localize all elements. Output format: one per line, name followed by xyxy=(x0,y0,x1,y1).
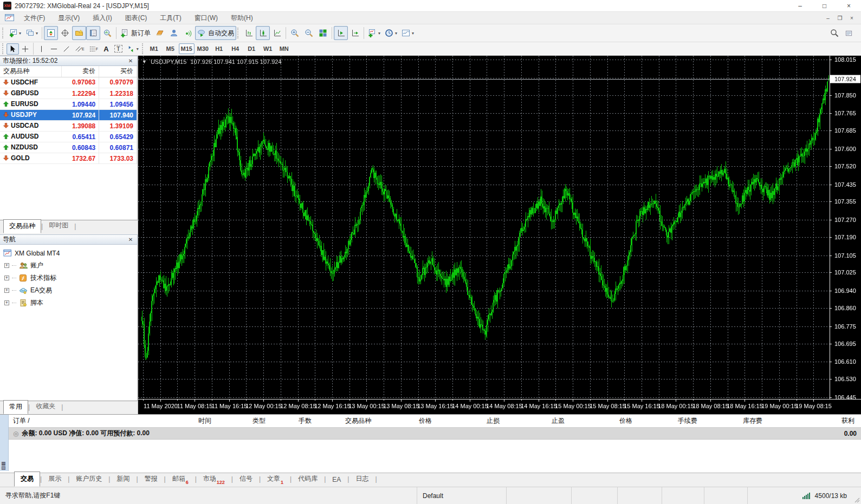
terminal-column-header[interactable]: 价格 xyxy=(569,416,637,426)
market-watch-row[interactable]: NZDUSD0.608430.60871 xyxy=(0,142,137,153)
trendline-tool-button[interactable] xyxy=(60,43,73,55)
candlestick-chart-button[interactable] xyxy=(256,26,270,40)
templates-button[interactable]: ▾ xyxy=(399,26,416,40)
terminal-column-header[interactable]: 获利 xyxy=(767,416,859,426)
market-watch-row[interactable]: USDCAD1.390881.39109 xyxy=(0,121,137,132)
new-order-button[interactable]: 新订单 xyxy=(118,26,153,40)
toolbar-grip[interactable] xyxy=(142,43,145,54)
terminal-tab-8[interactable]: 信号 xyxy=(233,472,259,487)
terminal-tab-3[interactable]: 账户历史 xyxy=(69,472,108,487)
chart-shift-button[interactable] xyxy=(348,26,362,40)
crosshair-tool-button[interactable] xyxy=(19,43,31,55)
timeframe-button-h1[interactable]: H1 xyxy=(211,43,227,54)
timeframe-button-d1[interactable]: D1 xyxy=(244,43,260,54)
terminal-tab-7[interactable]: 市场122 xyxy=(197,472,231,487)
terminal-tab-1[interactable]: 交易 xyxy=(14,472,40,487)
navigator-titlebar[interactable]: 导航 ✕ xyxy=(0,234,138,245)
line-chart-button[interactable] xyxy=(270,26,284,40)
navigator-tab[interactable]: 常用 xyxy=(3,400,28,414)
terminal-tab-2[interactable]: 展示 xyxy=(42,472,68,487)
toolbar-grip[interactable] xyxy=(237,28,240,38)
timeframe-button-h4[interactable]: H4 xyxy=(228,43,243,54)
menu-item[interactable]: 文件(F) xyxy=(17,12,51,24)
terminal-column-header[interactable]: 交易品种 xyxy=(316,416,376,426)
status-profile[interactable]: Default xyxy=(417,487,507,504)
profiles-button[interactable]: ▾ xyxy=(23,26,40,40)
market-watch-row[interactable]: USDCHF0.970630.97079 xyxy=(0,77,137,88)
market-watch-tab[interactable]: 交易品种 xyxy=(3,219,41,233)
price-chart-canvas[interactable] xyxy=(138,56,861,414)
bar-chart-button[interactable] xyxy=(242,26,256,40)
menu-item[interactable]: 插入(I) xyxy=(86,12,118,24)
chart-symbol-dropdown-icon[interactable]: ▼ xyxy=(142,59,147,64)
quotes-column-header[interactable]: 买价 xyxy=(99,66,137,77)
terminal-column-header[interactable]: 库存费 xyxy=(702,416,767,426)
timeframe-button-m1[interactable]: M1 xyxy=(146,43,162,54)
toolbar-grip[interactable] xyxy=(2,28,5,38)
market-watch-row[interactable]: GOLD1732.671733.03 xyxy=(0,153,137,164)
navigator-item[interactable]: +EA交易 xyxy=(1,284,136,297)
terminal-tab-9[interactable]: 文章1 xyxy=(261,472,290,487)
terminal-column-header[interactable]: 价格 xyxy=(376,416,436,426)
minimize-button[interactable]: – xyxy=(788,0,812,11)
toolbar-options-button[interactable] xyxy=(841,26,856,40)
menu-item[interactable]: 窗口(W) xyxy=(188,12,224,24)
market-watch-titlebar[interactable]: 市场报价: 15:52:02 ✕ xyxy=(0,56,138,66)
autotrading-button[interactable]: 自动交易 xyxy=(195,26,236,40)
timeframe-button-mn[interactable]: MN xyxy=(276,43,292,54)
terminal-column-header[interactable]: 时间 xyxy=(184,416,216,426)
navigator-item[interactable]: +账户 xyxy=(1,259,136,272)
sound-alerts-button[interactable] xyxy=(181,26,195,40)
terminal-column-header[interactable]: 类型 xyxy=(216,416,270,426)
navigator-tab[interactable]: 收藏夹 xyxy=(30,400,61,414)
zoom-out-button[interactable] xyxy=(302,26,316,40)
auto-scroll-button[interactable] xyxy=(334,26,348,40)
terminal-tab-12[interactable]: 日志 xyxy=(349,472,375,487)
maximize-button[interactable]: □ xyxy=(812,0,837,11)
terminal-tab-10[interactable]: 代码库 xyxy=(292,472,324,487)
terminal-tab-5[interactable]: 警报 xyxy=(138,472,164,487)
terminal-column-header[interactable]: 手数 xyxy=(270,416,316,426)
close-button[interactable]: × xyxy=(837,0,861,11)
quotes-column-header[interactable]: 卖价 xyxy=(61,66,99,77)
menu-item[interactable]: 工具(T) xyxy=(153,12,187,24)
new-chart-button[interactable]: ▾ xyxy=(7,26,23,40)
navigator-close-icon[interactable]: ✕ xyxy=(127,237,134,243)
child-restore-button[interactable]: ❐ xyxy=(834,14,846,22)
terminal-side-strip[interactable]: ▦▨ xyxy=(0,415,9,471)
timeframe-button-w1[interactable]: W1 xyxy=(260,43,276,54)
quotes-header-row[interactable]: 交易品种卖价买价 xyxy=(0,66,137,77)
indicators-button[interactable]: ▾ xyxy=(366,26,383,40)
navigator-item[interactable]: +脚本 xyxy=(1,297,136,309)
quotes-column-header[interactable]: 交易品种 xyxy=(0,66,61,77)
zoom-in-button[interactable] xyxy=(288,26,302,40)
data-window-button[interactable] xyxy=(58,26,72,40)
child-minimize-button[interactable]: – xyxy=(822,14,834,22)
tree-expand-icon[interactable]: + xyxy=(4,263,9,268)
resize-grip-icon[interactable] xyxy=(853,496,860,503)
channel-tool-button[interactable]: E xyxy=(73,43,87,55)
terminal-column-header[interactable]: 止损 xyxy=(436,416,504,426)
child-close-button[interactable]: × xyxy=(846,14,858,22)
market-watch-row[interactable]: USDJPY107.924107.940 xyxy=(0,110,137,121)
market-watch-row[interactable]: GBPUSD1.222941.22318 xyxy=(0,88,137,99)
terminal-tab-4[interactable]: 新闻 xyxy=(110,472,136,487)
tree-expand-icon[interactable]: + xyxy=(4,276,9,280)
menu-item[interactable]: 显示(V) xyxy=(51,12,86,24)
terminal-column-header[interactable]: 订单 / xyxy=(13,416,184,426)
navigator-item[interactable]: +技术指标 xyxy=(1,272,136,284)
shapes-tool-button[interactable]: ▾ xyxy=(125,43,141,55)
vertical-line-tool-button[interactable] xyxy=(35,43,48,55)
toolbar-grip[interactable] xyxy=(2,43,5,54)
terminal-column-header[interactable]: 手续费 xyxy=(637,416,702,426)
strategy-tester-button[interactable] xyxy=(100,26,114,40)
navigator-toggle-button[interactable] xyxy=(72,26,86,40)
fibonacci-tool-button[interactable]: F xyxy=(87,43,100,55)
cursor-tool-button[interactable] xyxy=(7,43,19,55)
navigator-root-item[interactable]: XM Global MT4 xyxy=(1,247,136,259)
market-watch-tab[interactable]: 即时图 xyxy=(43,219,74,233)
terminal-toggle-button[interactable] xyxy=(86,26,100,40)
tree-expand-icon[interactable]: + xyxy=(4,300,9,305)
status-connection[interactable]: 4500/13 kb xyxy=(748,487,861,504)
tile-windows-button[interactable] xyxy=(316,26,330,40)
